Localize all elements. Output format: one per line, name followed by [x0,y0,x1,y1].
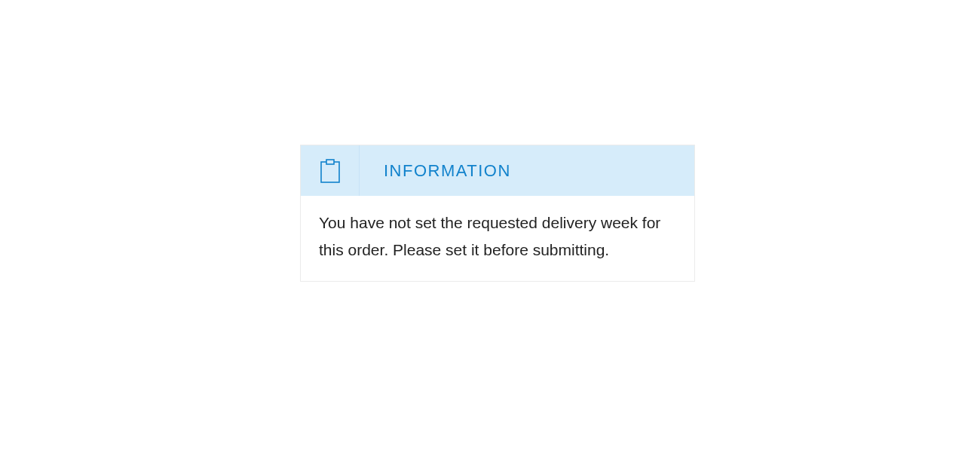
clipboard-icon [301,145,360,196]
information-header: INFORMATION [301,145,694,196]
information-panel: INFORMATION You have not set the request… [300,145,695,282]
svg-rect-0 [321,162,339,182]
svg-rect-1 [326,160,334,164]
information-title: INFORMATION [360,145,694,196]
information-message: You have not set the requested delivery … [301,196,694,281]
